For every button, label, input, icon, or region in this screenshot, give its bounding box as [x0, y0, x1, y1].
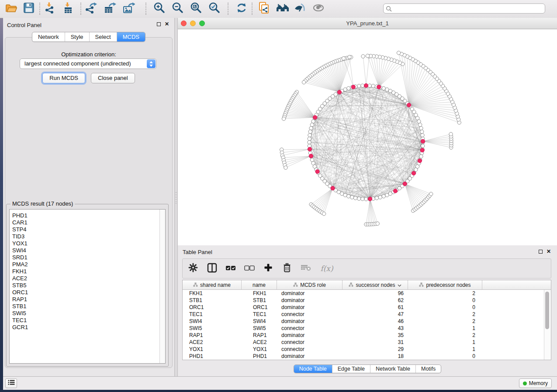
export-image-button[interactable]	[121, 1, 136, 16]
column-header-MCDS-role[interactable]: MCDS role	[277, 280, 343, 289]
table-cell[interactable]: PHD1	[183, 353, 242, 359]
network-window-titlebar[interactable]: YPA_prune.txt_1	[178, 18, 557, 29]
table-cell[interactable]: 47	[343, 311, 408, 317]
table-cell[interactable]: FKH1	[242, 290, 277, 296]
save-session-button[interactable]	[21, 1, 37, 16]
graph-node[interactable]	[342, 57, 345, 60]
export-network-button[interactable]	[83, 1, 99, 16]
table-cell[interactable]: 62	[343, 297, 408, 303]
network-canvas[interactable]	[178, 29, 557, 245]
table-cell[interactable]: ORC1	[183, 304, 242, 310]
create-column-button[interactable]	[263, 263, 273, 274]
vertical-splitter[interactable]	[174, 18, 178, 376]
table-row[interactable]: RAP1RAP1dominator352	[183, 332, 551, 339]
zoom-out-button[interactable]	[170, 1, 185, 16]
column-header-predecessor-nodes[interactable]: predecessor nodes	[408, 280, 482, 289]
graph-node[interactable]	[310, 123, 314, 127]
table-cell[interactable]: dominator	[277, 332, 343, 338]
table-row[interactable]: STB1STB1dominator620	[183, 297, 551, 304]
graph-node[interactable]	[308, 141, 311, 144]
graph-node[interactable]	[357, 84, 361, 88]
table-cell[interactable]: ORC1	[242, 304, 277, 310]
table-cell[interactable]: 18	[343, 353, 408, 359]
table-cell[interactable]: YOX1	[242, 346, 277, 352]
import-network-button[interactable]	[42, 1, 58, 16]
table-row[interactable]: SWI5SWI5connector431	[183, 325, 551, 332]
tab-style[interactable]: Style	[65, 32, 89, 41]
float-panel-icon[interactable]	[539, 250, 543, 254]
table-row[interactable]: ACE2ACE2connector311	[183, 339, 551, 346]
selected-graph-node[interactable]	[315, 169, 319, 173]
table-cell[interactable]: SWI5	[183, 325, 242, 331]
clone-network-button[interactable]	[256, 1, 272, 16]
close-panel-icon[interactable]: ✕	[547, 249, 551, 254]
graph-node[interactable]	[429, 192, 433, 196]
select-all-button[interactable]	[225, 263, 236, 274]
open-session-button[interactable]	[3, 1, 19, 16]
mcds-result-item[interactable]: SWI5	[10, 310, 159, 317]
graph-node[interactable]	[364, 197, 368, 201]
mcds-result-item[interactable]: SRD1	[10, 254, 159, 261]
graph-node[interactable]	[347, 194, 350, 198]
table-cell[interactable]: dominator	[277, 297, 343, 303]
table-cell[interactable]: dominator	[277, 318, 343, 324]
selected-graph-node[interactable]	[368, 197, 372, 201]
selected-graph-node[interactable]	[407, 103, 411, 107]
table-settings-button[interactable]	[188, 263, 198, 274]
graph-node[interactable]	[343, 193, 347, 197]
zoom-selected-button[interactable]	[206, 1, 222, 16]
mcds-result-item[interactable]: ORC1	[10, 289, 159, 296]
tab-node-table[interactable]: Node Table	[294, 365, 332, 373]
mcds-result-item[interactable]: CAR1	[10, 219, 159, 226]
table-cell[interactable]: 0	[408, 353, 482, 359]
optimization-criterion-select[interactable]: largest connected component (undirected)	[20, 58, 156, 69]
selected-graph-node[interactable]	[412, 171, 415, 175]
mcds-list-scrollbar[interactable]	[159, 210, 165, 363]
network-overview-button[interactable]	[275, 1, 291, 16]
search-input[interactable]	[394, 4, 544, 14]
graph-node[interactable]	[302, 80, 305, 84]
table-cell[interactable]: RAP1	[183, 332, 242, 338]
table-row[interactable]: SWI4SWI4dominator462	[183, 318, 551, 325]
mcds-result-item[interactable]: STP4	[10, 226, 159, 233]
graph-node[interactable]	[366, 54, 369, 58]
table-cell[interactable]: SWI4	[183, 318, 242, 324]
show-graphics-details-button[interactable]	[311, 1, 326, 16]
mcds-result-item[interactable]: TID3	[10, 233, 159, 240]
table-cell[interactable]: 2	[408, 290, 482, 296]
table-cell[interactable]: dominator	[277, 353, 343, 359]
graph-node[interactable]	[308, 134, 311, 137]
column-header-name[interactable]: name	[242, 280, 277, 289]
graph-node[interactable]	[421, 134, 424, 137]
mcds-result-item[interactable]: STB5	[10, 282, 159, 289]
table-cell[interactable]: ACE2	[183, 339, 242, 345]
close-panel-button[interactable]: Close panel	[91, 73, 135, 83]
mcds-result-item[interactable]: GCR1	[10, 324, 159, 331]
table-cell[interactable]: 29	[343, 346, 408, 352]
hide-graphics-details-button[interactable]	[292, 1, 308, 16]
column-header-shared-name[interactable]: shared name	[183, 280, 242, 289]
table-cell[interactable]: 1	[408, 325, 482, 331]
table-row[interactable]: ORC1ORC1dominator610	[183, 304, 551, 311]
graph-node[interactable]	[347, 86, 350, 90]
selected-graph-node[interactable]	[313, 115, 317, 119]
tab-motifs[interactable]: Motifs	[415, 365, 441, 373]
table-cell[interactable]: connector	[277, 339, 343, 345]
table-cell[interactable]: 0	[408, 304, 482, 310]
network-graph[interactable]	[178, 29, 557, 245]
graph-node[interactable]	[310, 158, 314, 162]
mcds-result-item[interactable]: RAP1	[10, 296, 159, 303]
selected-graph-node[interactable]	[364, 83, 368, 87]
mcds-result-item[interactable]: PMA2	[10, 261, 159, 268]
graph-node[interactable]	[421, 144, 425, 148]
graph-node[interactable]	[371, 84, 375, 88]
selected-graph-node[interactable]	[420, 148, 424, 152]
table-cell[interactable]: 31	[343, 339, 408, 345]
selected-graph-node[interactable]	[308, 147, 311, 151]
mcds-result-item[interactable]: SWI4	[10, 247, 159, 254]
table-cell[interactable]: 0	[408, 297, 482, 303]
graph-node[interactable]	[353, 196, 357, 200]
table-cell[interactable]: 1	[408, 346, 482, 352]
table-cell[interactable]: STB1	[183, 297, 242, 303]
graph-node[interactable]	[418, 123, 422, 127]
